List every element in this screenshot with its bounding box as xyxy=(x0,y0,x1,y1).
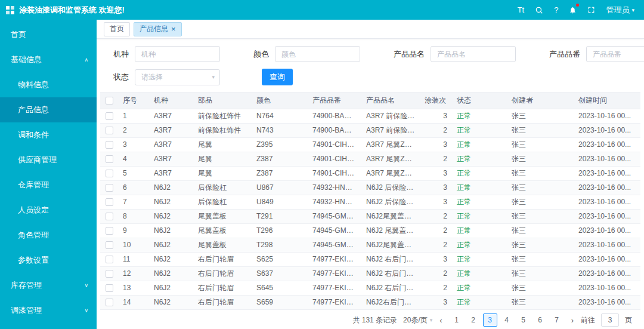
sidebar-item[interactable]: 产品信息 xyxy=(0,97,97,122)
cell: 正常 xyxy=(452,223,507,238)
column-header[interactable]: 状态 xyxy=(452,93,507,109)
row-checkbox[interactable] xyxy=(106,270,113,278)
sidebar-item[interactable]: 首页 xyxy=(0,22,97,47)
status-select[interactable]: 请选择 ▾ xyxy=(135,69,220,85)
cell: 正常 xyxy=(452,266,507,281)
cell: 2 xyxy=(420,238,452,252)
sidebar-item[interactable]: 供应商管理 xyxy=(0,147,97,173)
fullscreen-icon[interactable] xyxy=(587,5,595,16)
page-button[interactable]: 1 xyxy=(450,313,464,327)
prev-page-button[interactable]: ‹ xyxy=(438,316,443,325)
row-checkbox[interactable] xyxy=(106,241,113,249)
row-checkbox[interactable] xyxy=(106,112,113,120)
status-badge: 正常 xyxy=(457,212,471,220)
tab[interactable]: 首页 xyxy=(104,22,130,36)
sidebar-item[interactable]: 人员设定 xyxy=(0,198,97,223)
table-row[interactable]: 13N6J2右后门轮眉S64574977-EKIJM0...N6J2 右后门轮.… xyxy=(100,281,640,295)
table-row[interactable]: 7N6J2后保险杠U84974932-HNMP0...N6J2 后保险杠...3… xyxy=(100,195,640,209)
page-button[interactable]: 7 xyxy=(550,313,564,327)
row-checkbox[interactable] xyxy=(106,198,113,206)
help-icon[interactable]: ? xyxy=(554,5,558,16)
sidebar-item[interactable]: 参数设置 xyxy=(0,248,97,273)
cell: 前保险杠饰件 xyxy=(193,123,252,137)
table-row[interactable]: 8N6J2尾翼盖板T29174945-GMLO0...N6J2尾翼盖板...2正… xyxy=(100,209,640,223)
sidebar-item-label: 基础信息 xyxy=(11,54,42,65)
column-header[interactable]: 机种 xyxy=(149,93,193,109)
search-text-input[interactable] xyxy=(275,46,360,62)
cell: T291 xyxy=(252,209,308,223)
sidebar-item[interactable]: 仓库管理 xyxy=(0,173,97,198)
sidebar-item[interactable]: 物料信息 xyxy=(0,72,97,97)
sidebar-item[interactable]: 调和条件 xyxy=(0,122,97,147)
cell: A3R7 尾翼Z395... xyxy=(361,137,420,152)
form-item: 颜色 xyxy=(253,46,360,62)
table-row[interactable]: 5A3R7尾翼Z38774901-CIHK00...A3R7 尾翼Z387...… xyxy=(100,166,640,180)
row-checkbox[interactable] xyxy=(106,213,113,220)
row-checkbox[interactable] xyxy=(106,256,113,263)
row-checkbox[interactable] xyxy=(106,141,113,149)
cell: 张三 xyxy=(507,123,574,137)
cell: 张三 xyxy=(507,238,574,252)
sidebar-item[interactable]: 调漆管理∨ xyxy=(0,298,97,323)
query-button[interactable]: 查询 xyxy=(262,69,293,85)
cell: N6J2 后保险杠... xyxy=(361,195,420,209)
table-row[interactable]: 14N6J2右后门轮眉S65974977-EKIJM0...N6J2右后门轮..… xyxy=(100,295,640,309)
select-all-checkbox[interactable] xyxy=(106,97,113,104)
column-header[interactable]: 部品 xyxy=(193,93,252,109)
row-checkbox[interactable] xyxy=(106,127,113,134)
row-checkbox[interactable] xyxy=(106,299,113,306)
column-header[interactable]: 创建者 xyxy=(507,93,574,109)
row-checkbox[interactable] xyxy=(106,227,113,235)
cell: 12 xyxy=(118,266,149,281)
column-header[interactable]: 创建时间 xyxy=(574,93,640,109)
sidebar-item[interactable]: 库存管理∨ xyxy=(0,273,97,298)
tab[interactable]: 产品信息× xyxy=(134,22,182,36)
search-text-input[interactable] xyxy=(586,46,644,62)
column-header[interactable]: 产品品番 xyxy=(308,93,361,109)
notification-icon[interactable] xyxy=(569,5,577,16)
user-menu[interactable]: 管理员 ▾ xyxy=(606,5,634,16)
header-right: Tt ? 管理员 ▾ xyxy=(518,5,634,16)
page-button[interactable]: 3 xyxy=(483,313,497,327)
column-header[interactable]: 涂装次 xyxy=(420,93,452,109)
cell: 张三 xyxy=(507,266,574,281)
row-checkbox[interactable] xyxy=(106,155,113,163)
page-size-select[interactable]: 20条/页 ▾ xyxy=(403,315,432,325)
cell: S625 xyxy=(252,252,308,266)
goto-page-input[interactable] xyxy=(601,313,619,327)
page-button[interactable]: 6 xyxy=(533,313,547,327)
row-checkbox[interactable] xyxy=(106,184,113,192)
search-icon[interactable] xyxy=(535,5,543,16)
next-page-button[interactable]: › xyxy=(570,316,575,325)
column-header[interactable]: 序号 xyxy=(118,93,149,109)
table-row[interactable]: 12N6J2右后门轮眉S63774977-EKIJM0...N6J2 右后门轮.… xyxy=(100,266,640,281)
search-text-input[interactable] xyxy=(135,46,220,62)
cell: 2 xyxy=(420,123,452,137)
table-row[interactable]: 3A3R7尾翼Z39574901-CIHK00...A3R7 尾翼Z395...… xyxy=(100,137,640,152)
table-row[interactable]: 9N6J2尾翼盖板T29674945-GMLO0...N6J2 尾翼盖板...2… xyxy=(100,223,640,238)
table-row[interactable]: 2A3R7前保险杠饰件N74374900-BAHG00...A3R7 前保险杠.… xyxy=(100,123,640,137)
cell: S659 xyxy=(252,295,308,309)
sidebar-item[interactable]: 基础信息∧ xyxy=(0,47,97,72)
table-row[interactable]: 6N6J2后保险杠U86774932-HNMP0...N6J2 后保险杠...3… xyxy=(100,180,640,195)
table-row[interactable]: 11N6J2右后门轮眉S62574977-EKIJM0...N6J2 右后门轮.… xyxy=(100,252,640,266)
table-row[interactable]: 4A3R7尾翼Z38774901-CIHK00...A3R7 尾翼Z387...… xyxy=(100,152,640,166)
page-button[interactable]: 4 xyxy=(500,313,514,327)
form-label: 产品品名 xyxy=(394,49,425,60)
table-row[interactable]: 10N6J2尾翼盖板T29874945-GMLO0...N6J2尾翼盖板...2… xyxy=(100,238,640,252)
sidebar-item-label: 供应商管理 xyxy=(18,155,57,165)
cell: 正常 xyxy=(452,180,507,195)
cell: 张三 xyxy=(507,252,574,266)
table-row[interactable]: 1A3R7前保险杠饰件N76474900-BAHG00...A3R7 前保险杠.… xyxy=(100,109,640,123)
sidebar-item[interactable]: 角色管理 xyxy=(0,223,97,248)
column-header[interactable]: 产品品名 xyxy=(361,93,420,109)
row-checkbox[interactable] xyxy=(106,170,113,177)
search-text-input[interactable] xyxy=(431,46,516,62)
page-button[interactable]: 2 xyxy=(466,313,481,327)
font-size-icon[interactable]: Tt xyxy=(518,5,525,16)
row-checkbox[interactable] xyxy=(106,284,113,292)
page-button[interactable]: 5 xyxy=(516,313,531,327)
column-header[interactable]: 颜色 xyxy=(252,93,308,109)
cell: 3 xyxy=(420,109,452,123)
close-icon[interactable]: × xyxy=(171,25,176,33)
